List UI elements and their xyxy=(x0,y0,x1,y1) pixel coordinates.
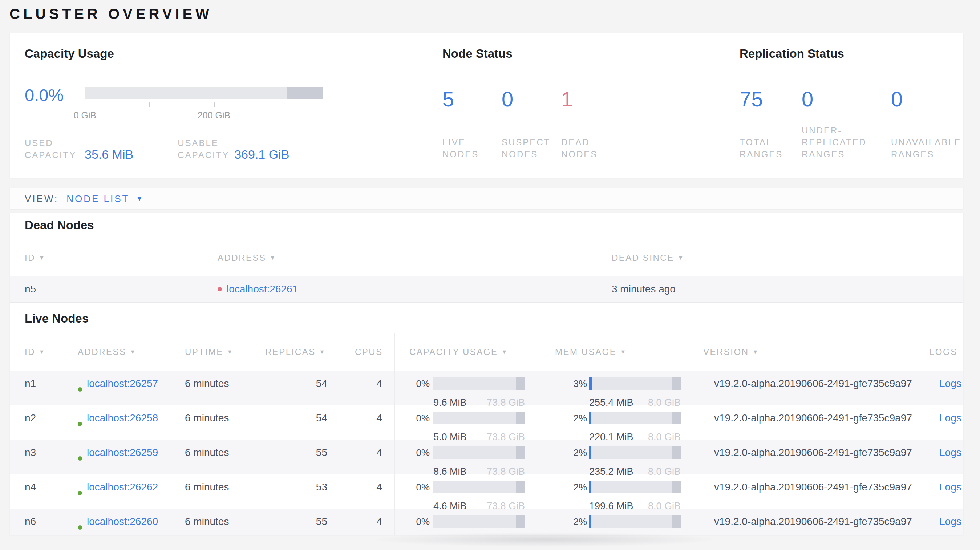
column-label: ADDRESS xyxy=(78,347,126,357)
replication-status-title: Replication Status xyxy=(740,47,844,60)
mem-usage-bar-row: 2% xyxy=(555,445,690,460)
replication-status-panel: Replication Status 75 0 0 TOTAL RANGES U… xyxy=(740,33,963,178)
dead-node-row: n5 localhost:26261 3 minutes ago xyxy=(10,276,963,303)
live-nodes-rows: n1 localhost:26257 6 minutes 54 4 0% 9.6… xyxy=(10,370,963,535)
capacity-percent: 0.0% xyxy=(25,85,84,105)
dead-status-dot-icon xyxy=(218,287,222,291)
mem-usage-bar-row: 2% xyxy=(555,514,690,529)
capacity-usage-bar-row: 0% xyxy=(409,411,542,425)
live-node-address-cell: localhost:26257 xyxy=(62,370,170,405)
live-node-address-cell: localhost:26260 xyxy=(62,509,170,535)
live-status-dot-icon xyxy=(78,456,82,461)
dead-node-address-cell: localhost:26261 xyxy=(203,276,597,302)
axis-tick-label: 200 GiB xyxy=(197,110,230,121)
mem-usage-bar-row: 2% xyxy=(555,480,690,494)
sort-arrow-icon: ▼ xyxy=(502,349,508,355)
stat-label-line: RANGES xyxy=(740,148,802,160)
live-node-replicas: 54 xyxy=(250,370,340,405)
live-node-id: n4 xyxy=(10,474,62,509)
live-nodes-label: LIVE NODES xyxy=(442,136,502,160)
stat-label-line: SUSPECT xyxy=(502,136,561,148)
live-col-header-uptime[interactable]: UPTIME ▼ xyxy=(170,333,250,370)
live-col-header-logs: LOGS xyxy=(916,333,963,370)
axis-tick xyxy=(214,102,215,107)
dead-col-header-dead-since[interactable]: DEAD SINCE ▼ xyxy=(597,240,963,276)
live-node-replicas: 55 xyxy=(250,440,340,474)
column-label: VERSION xyxy=(703,347,749,357)
live-col-header-version[interactable]: VERSION ▼ xyxy=(690,333,916,370)
logs-link[interactable]: Logs xyxy=(939,378,961,389)
mem-usage-bar-reserved xyxy=(672,447,681,459)
capacity-usage-percent: 0% xyxy=(409,480,430,494)
live-node-address-link[interactable]: localhost:26258 xyxy=(87,411,158,425)
stat-label-line: USED xyxy=(25,137,84,149)
dead-nodes-title: Dead Nodes xyxy=(10,213,963,240)
mem-usage-bar xyxy=(589,481,681,493)
usable-capacity-value: 369.1 GiB xyxy=(234,148,289,162)
capacity-usage-bar xyxy=(433,447,525,459)
bottom-shadow xyxy=(363,532,727,547)
mem-usage-bar-reserved xyxy=(672,515,681,528)
logs-link[interactable]: Logs xyxy=(939,481,961,493)
live-node-capacity-usage: 0% 7.8 MiB 73.8 GiB xyxy=(395,509,542,535)
view-mode-dropdown[interactable]: NODE LIST ▼ xyxy=(67,193,143,205)
capacity-usage-bar-reserved xyxy=(516,412,525,424)
live-node-logs-cell: Logs xyxy=(916,370,963,405)
node-status-panel: Node Status 5 0 1 LIVE NODES SUSPECT NOD… xyxy=(442,33,729,178)
column-label: ID xyxy=(25,253,35,263)
live-node-cpus: 4 xyxy=(340,405,395,440)
mem-usage-bar xyxy=(589,447,681,459)
logs-link[interactable]: Logs xyxy=(939,412,961,424)
live-node-address-link[interactable]: localhost:26260 xyxy=(87,514,158,529)
live-node-id: n1 xyxy=(10,370,62,405)
mem-usage-bar xyxy=(589,412,681,424)
capacity-bar xyxy=(84,87,323,99)
live-node-capacity-usage: 0% 9.6 MiB 73.8 GiB xyxy=(395,370,542,405)
live-col-header-address[interactable]: ADDRESS ▼ xyxy=(62,333,170,370)
column-label: LOGS xyxy=(929,347,958,357)
live-col-header-id[interactable]: ID ▼ xyxy=(10,333,62,370)
live-col-header-capacity-usage[interactable]: CAPACITY USAGE ▼ xyxy=(395,333,542,370)
live-node-row: n2 localhost:26258 6 minutes 54 4 0% 5.0… xyxy=(10,405,963,440)
live-node-id: n2 xyxy=(10,405,62,440)
mem-usage-bar-fill xyxy=(589,377,592,390)
capacity-stats: USED CAPACITY 35.6 MiB USABLE CAPACITY 3… xyxy=(25,137,289,161)
live-node-cpus: 4 xyxy=(340,474,395,509)
page-title: CLUSTER OVERVIEW xyxy=(0,0,980,22)
stat-label-line: REPLICATED xyxy=(802,136,891,148)
mem-usage-percent: 2% xyxy=(555,445,587,460)
dead-col-header-address[interactable]: ADDRESS ▼ xyxy=(203,240,597,276)
capacity-usage-bar-row: 0% xyxy=(409,480,542,494)
dead-col-header-id[interactable]: ID ▼ xyxy=(10,240,203,276)
capacity-usage-bar-reserved xyxy=(516,377,525,390)
live-col-header-mem-usage[interactable]: MEM USAGE ▼ xyxy=(542,333,690,370)
capacity-usage-bar xyxy=(433,515,525,528)
live-node-address-link[interactable]: localhost:26259 xyxy=(87,445,158,460)
nodes-tables-card: Dead Nodes ID ▼ ADDRESS ▼ DEAD SINCE ▼ n… xyxy=(10,213,963,535)
mem-usage-percent: 2% xyxy=(555,514,587,529)
logs-link[interactable]: Logs xyxy=(939,516,961,527)
sort-arrow-icon: ▼ xyxy=(227,349,234,355)
dead-node-address-link[interactable]: localhost:26261 xyxy=(227,283,298,295)
stat-label-line: CAPACITY xyxy=(25,149,84,161)
total-ranges-count: 75 xyxy=(740,87,802,111)
capacity-usage-bar xyxy=(433,377,525,390)
logs-link[interactable]: Logs xyxy=(939,447,961,458)
capacity-bar-reserved xyxy=(287,87,323,99)
stat-label-line: LIVE xyxy=(442,136,502,148)
mem-usage-bar-reserved xyxy=(672,412,681,424)
unavailable-ranges-label: UNAVAILABLE RANGES xyxy=(891,136,963,160)
axis-tick xyxy=(149,102,150,107)
live-node-replicas: 54 xyxy=(250,405,340,440)
capacity-usage-bar-reserved xyxy=(516,515,525,528)
live-node-address-link[interactable]: localhost:26262 xyxy=(87,480,158,494)
capacity-usage-panel: Capacity Usage 0.0% 0 GiB 200 GiB xyxy=(25,33,428,178)
live-node-logs-cell: Logs xyxy=(916,440,963,474)
live-col-header-cpus: CPUS xyxy=(340,333,395,370)
capacity-usage-percent: 0% xyxy=(409,376,430,391)
live-node-address-link[interactable]: localhost:26257 xyxy=(87,376,158,391)
live-col-header-replicas[interactable]: REPLICAS ▼ xyxy=(250,333,340,370)
mem-usage-bar-reserved xyxy=(672,481,681,493)
live-node-row: n6 localhost:26260 6 minutes 55 4 0% 7.8… xyxy=(10,509,963,535)
stat-label-line: CAPACITY xyxy=(178,149,234,161)
